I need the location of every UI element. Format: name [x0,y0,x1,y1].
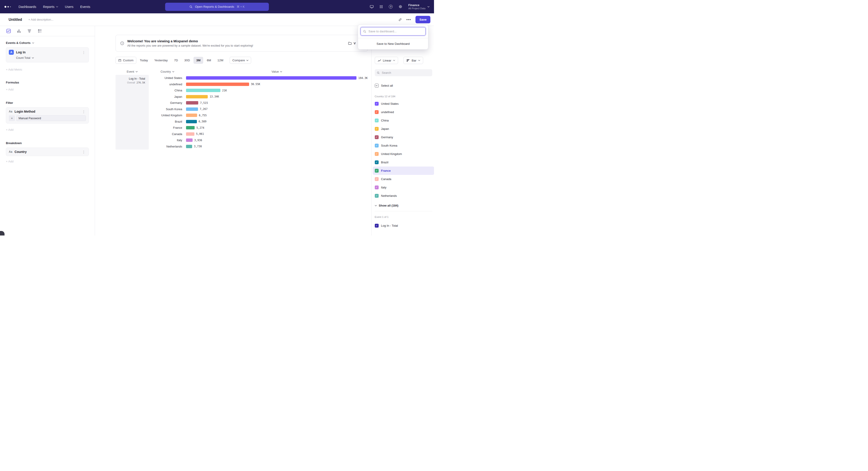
tab-insights-icon[interactable] [6,29,11,33]
copy-link-icon[interactable] [398,18,402,22]
filter-operator[interactable]: = [9,115,15,121]
legend-row-china[interactable]: ✓China [373,116,434,125]
filter-card[interactable]: Aa Login Method ⋮ = Manual Password [6,107,89,123]
save-button[interactable]: Save [415,16,430,23]
checkbox-netherlands[interactable]: ✓ [375,194,379,198]
mixpanel-logo[interactable] [4,6,11,8]
checkbox-brazil[interactable]: ✓ [375,160,379,164]
checkbox-germany[interactable]: ✓ [375,135,379,139]
value-bar[interactable] [186,120,197,123]
add-formula-button[interactable]: + Add [6,88,89,91]
value-bar[interactable] [186,108,198,111]
legend-search-input[interactable] [381,71,430,75]
date-button-3m[interactable]: 3M [193,57,203,64]
nav-item-reports[interactable]: Reports [43,5,58,8]
select-all-row[interactable]: Select all [375,84,432,88]
value-bar[interactable] [186,76,356,80]
legend-row-log-in-total[interactable]: ✓ Log In - Total [373,222,434,230]
chart-type-selector[interactable]: Bar [403,57,423,64]
aggregation-selector[interactable]: Count Total [16,56,86,59]
legend-row-united-kingdom[interactable]: ✓United Kingdom [373,150,434,158]
legend-row-united-states[interactable]: ✓United States [373,99,434,108]
value-bar[interactable] [186,83,249,86]
checkbox-italy[interactable]: ✓ [375,185,379,189]
global-search-button[interactable]: Open Reports & Dashboards ⌘ + K [165,3,269,11]
more-options-icon[interactable]: ••• [406,18,411,22]
select-all-checkbox[interactable] [375,84,379,88]
save-to-new-dashboard-option[interactable]: Save to New Dashboard [358,38,428,49]
legend-row-italy[interactable]: ✓Italy [373,183,434,192]
checkbox-united-kingdom[interactable]: ✓ [375,152,379,156]
legend-search[interactable] [375,69,432,76]
legend-row-netherlands[interactable]: ✓Netherlands [373,192,434,200]
metric-event-name[interactable]: Log In [16,51,79,54]
add-breakdown-button[interactable]: + Add [6,160,89,163]
breakdown-property-name[interactable]: Country [14,150,79,154]
banner-action-button[interactable]: V [348,41,356,45]
value-bar[interactable] [186,133,194,136]
column-header-event[interactable]: Event [116,70,149,73]
events-cohorts-section-title[interactable]: Events & Cohorts [6,41,89,45]
legend-row-south-korea[interactable]: ✓South Korea [373,141,434,150]
kebab-menu-icon[interactable]: ⋮ [82,110,86,113]
checkbox-france[interactable]: ✓ [375,169,379,173]
value-bar[interactable] [186,114,197,117]
value-bar[interactable] [186,95,208,98]
help-icon[interactable]: ? [389,5,393,8]
add-metric-button[interactable]: + Add Metric [6,68,89,71]
data-management-icon[interactable] [370,5,374,8]
value-bar[interactable] [186,126,195,129]
checkbox-south-korea[interactable]: ✓ [375,144,379,147]
legend-row-france[interactable]: ✓France [373,167,434,175]
tab-funnels-icon[interactable] [17,29,21,33]
legend-row-brazil[interactable]: ✓Brazil [373,158,434,167]
legend-row-japan[interactable]: ✓Japan [373,125,434,133]
save-dashboard-input[interactable] [368,29,423,33]
report-title[interactable]: Untitled [8,18,22,22]
checkbox-japan[interactable]: ✓ [375,127,379,131]
chevron-down-icon [32,57,34,59]
floating-widget[interactable] [0,231,4,235]
kebab-menu-icon[interactable]: ⋮ [82,51,86,54]
legend-row-undefined[interactable]: ✓undefined [373,108,434,116]
nav-item-events[interactable]: Events [80,5,90,8]
project-selector[interactable]: Finance All Project Data [408,3,430,10]
date-button-custom[interactable]: Custom [116,57,136,64]
legend-row-canada[interactable]: ✓Canada [373,175,434,183]
nav-item-dashboards[interactable]: Dashboards [19,5,36,8]
date-button-yesterday[interactable]: Yesterday [152,57,170,64]
add-description-field[interactable]: + Add description... [29,18,54,21]
checkbox-united-states[interactable]: ✓ [375,102,379,106]
metric-card[interactable]: A Log In ⋮ Count Total [6,47,89,62]
legend-row-germany[interactable]: ✓Germany [373,133,434,141]
tab-retention-icon[interactable] [37,29,42,33]
value-bar[interactable] [186,139,193,142]
value-bar[interactable] [186,145,192,148]
compare-button[interactable]: Compare [230,57,251,64]
checkbox-china[interactable]: ✓ [375,119,379,122]
add-filter-button[interactable]: + Add [6,128,89,131]
breakdown-card[interactable]: Aa Country ⋮ [6,147,89,156]
date-button-12m[interactable]: 12M [215,57,226,64]
nav-item-users[interactable]: Users [65,5,73,8]
column-header-value[interactable]: Value [186,70,368,73]
filter-property-name[interactable]: Login Method [14,110,79,113]
filter-value-field[interactable]: Manual Password [16,115,86,121]
checkbox-undefined[interactable]: ✓ [375,110,379,114]
checkbox-canada[interactable]: ✓ [375,177,379,181]
date-button-7d[interactable]: 7D [171,57,181,64]
date-button-6m[interactable]: 6M [204,57,214,64]
line-style-selector[interactable]: Linear [375,57,398,64]
value-bar[interactable] [186,101,198,105]
save-dashboard-search[interactable] [361,27,426,35]
apps-grid-icon[interactable] [379,5,383,8]
date-button-today[interactable]: Today [137,57,151,64]
value-bar[interactable] [186,89,220,92]
show-all-button[interactable]: Show all (184) [375,204,432,207]
column-header-country[interactable]: Country [149,70,186,73]
date-button-30d[interactable]: 30D [182,57,193,64]
checkbox-log-in-total[interactable]: ✓ [375,224,379,228]
tab-flows-icon[interactable] [27,29,32,33]
kebab-menu-icon[interactable]: ⋮ [82,150,86,154]
settings-gear-icon[interactable] [399,5,402,8]
